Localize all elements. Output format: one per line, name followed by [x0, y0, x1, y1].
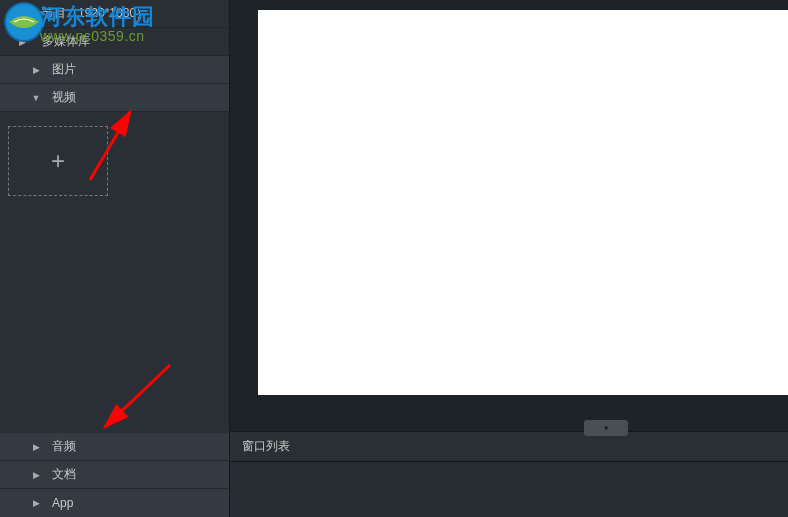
tree-item-label: 节目（1920*1080） — [42, 5, 148, 22]
tree-item-program[interactable]: ▶ 节目（1920*1080） — [0, 0, 229, 28]
tree-item-label: 文档 — [52, 466, 76, 483]
tree-item-video[interactable]: ▼ 视频 — [0, 84, 229, 112]
collapse-pill[interactable]: ▾ — [584, 420, 628, 436]
chevron-right-icon: ▶ — [30, 442, 42, 452]
tree-item-label: 图片 — [52, 61, 76, 78]
window-list-header[interactable]: ▾ 窗口列表 — [230, 431, 788, 461]
tree-item-image[interactable]: ▶ 图片 — [0, 56, 229, 84]
sidebar: ▶ 节目（1920*1080） ▶ 多媒体库 ▶ 图片 ▼ 视频 + ▶ 音频 … — [0, 0, 230, 517]
chevron-down-icon: ▾ — [604, 423, 609, 433]
canvas-wrap — [230, 0, 788, 431]
tree-item-label: 视频 — [52, 89, 76, 106]
sidebar-filler — [0, 196, 229, 433]
app-root: 河东软件园 www.pc0359.cn ▶ 节目（1920*1080） ▶ 多媒… — [0, 0, 788, 517]
tree-item-label: App — [52, 496, 73, 510]
chevron-right-icon: ▶ — [30, 65, 42, 75]
preview-canvas[interactable] — [258, 10, 788, 395]
tree-item-media-library[interactable]: ▶ 多媒体库 — [0, 28, 229, 56]
tree-item-audio[interactable]: ▶ 音频 — [0, 433, 229, 461]
chevron-right-icon: ▶ — [16, 9, 28, 19]
window-list-body — [230, 461, 788, 517]
chevron-down-icon: ▼ — [30, 93, 42, 103]
chevron-right-icon: ▶ — [30, 470, 42, 480]
plus-icon: + — [51, 147, 65, 175]
chevron-right-icon: ▶ — [16, 37, 28, 47]
tree-item-doc[interactable]: ▶ 文档 — [0, 461, 229, 489]
main-area: ▾ 窗口列表 — [230, 0, 788, 517]
chevron-right-icon: ▶ — [30, 498, 42, 508]
tree-item-app[interactable]: ▶ App — [0, 489, 229, 517]
window-list-title: 窗口列表 — [242, 438, 290, 455]
video-add-zone: + — [0, 112, 229, 196]
tree-item-label: 多媒体库 — [42, 33, 90, 50]
tree-item-label: 音频 — [52, 438, 76, 455]
add-video-button[interactable]: + — [8, 126, 108, 196]
